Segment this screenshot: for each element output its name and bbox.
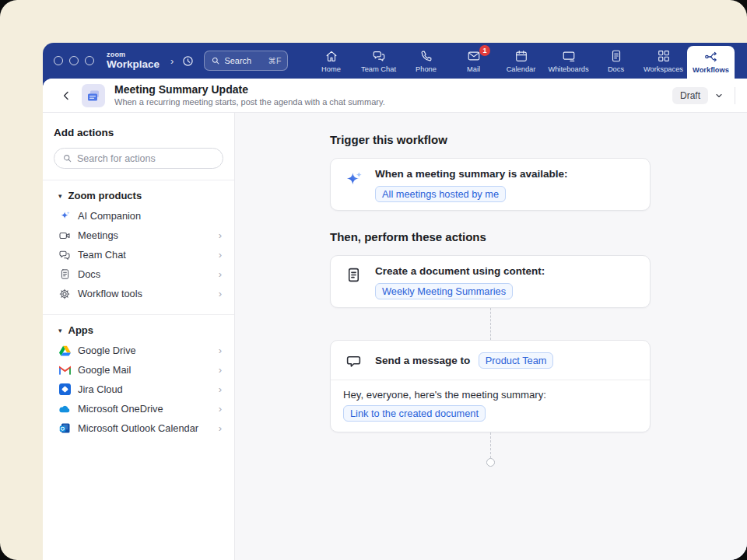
docs-icon [58,268,71,280]
chevron-right-icon[interactable]: › [170,55,174,67]
section-apps[interactable]: ▾ Apps [54,318,223,341]
header-divider [735,87,735,104]
outlook-calendar-icon [58,422,71,434]
sidebar-item-label: Microsoft OneDrive [78,403,163,415]
ai-sparkle-icon [343,167,363,190]
actions-search-input[interactable] [77,153,215,164]
sidebar-item-team-chat[interactable]: Team Chat › [54,245,223,264]
workflow-canvas: Trigger this workflow When a meeting sum… [235,113,747,560]
chevron-right-icon: › [219,288,222,299]
google-mail-icon [58,366,71,375]
nav-tab-label: Phone [416,65,437,73]
document-icon [343,264,363,283]
phone-icon [419,49,433,63]
calendar-icon [514,49,528,63]
sidebar-item-google-mail[interactable]: Google Mail › [54,360,223,380]
actions-sidebar: Add actions ▾ Zoom products [43,113,235,560]
connector [330,308,651,340]
workflow-thumbnail-icon [82,84,105,107]
nav-tab-phone[interactable]: Phone [402,43,450,79]
meetings-icon [58,229,71,242]
ai-companion-icon [58,210,71,222]
nav-tab-docs[interactable]: Docs [592,43,640,79]
sidebar-item-microsoft-onedrive[interactable]: Microsoft OneDrive › [54,399,223,418]
zoom-workplace-logo: zoom Workplace [107,51,160,70]
triangle-down-icon: ▾ [58,192,62,200]
logo-workplace-text: Workplace [107,59,160,70]
search-icon [211,56,220,65]
section-zoom-products[interactable]: ▾ Zoom products [54,184,223,206]
back-button[interactable] [57,86,75,105]
trigger-heading: Trigger this workflow [330,133,747,146]
document-link-pill[interactable]: Link to the created document [343,405,486,422]
status-badge: Draft [672,87,708,104]
recipient-pill[interactable]: Product Team [479,352,554,369]
section-label: Apps [68,324,94,336]
chevron-right-icon: › [219,422,222,434]
sidebar-item-docs[interactable]: Docs › [54,264,223,284]
screen: zoom Workplace › Search ⌘F [0,0,747,560]
nav-tab-team-chat[interactable]: Team Chat [355,43,402,79]
onedrive-icon [58,404,71,413]
sidebar-item-label: Jira Cloud [78,383,123,395]
window-close-button[interactable] [54,56,63,65]
send-message-card[interactable]: Send a message to Product Team Hey, ever… [330,340,651,432]
nav-tab-calendar[interactable]: Calendar [497,43,545,79]
create-document-card[interactable]: Create a document using content: Weekly … [330,255,651,308]
sidebar-item-workflow-tools[interactable]: Workflow tools › [54,284,223,303]
window-zoom-button[interactable] [85,56,94,65]
actions-heading: Then, perform these actions [330,230,747,243]
search-icon [62,153,72,163]
connector-line [490,308,491,340]
trigger-card[interactable]: When a meeting summary is available: All… [330,158,651,211]
status-dropdown-button[interactable] [714,91,724,100]
sidebar-item-label: Docs [78,268,100,280]
workflow-end-node [486,458,495,467]
nav-tab-more[interactable]: More [735,43,747,79]
sidebar-item-meetings[interactable]: Meetings › [54,226,223,245]
sidebar-item-label: Team Chat [78,249,126,261]
history-clock-icon[interactable] [181,54,195,68]
nav-tab-label: Home [321,65,341,73]
trigger-scope-pill[interactable]: All meetings hosted by me [375,186,506,202]
top-navbar: zoom Workplace › Search ⌘F [43,43,747,79]
triangle-down-icon: ▾ [58,327,62,334]
docs-icon [609,49,623,63]
message-body-text: Hey, everyone, here's the meeting summar… [343,389,637,401]
team-chat-icon [58,249,71,261]
sidebar-item-google-drive[interactable]: Google Drive › [54,341,223,360]
sidebar-item-jira-cloud[interactable]: Jira Cloud › [54,380,223,399]
nav-tab-workspaces[interactable]: Workspaces [640,43,687,79]
global-search-input[interactable]: Search ⌘F [204,51,288,71]
document-content-pill[interactable]: Weekly Meeting Summaries [375,283,513,299]
workspaces-icon [657,49,671,63]
nav-tab-label: Calendar [507,65,536,73]
nav-tab-home[interactable]: Home [307,43,355,79]
actions-search-box[interactable] [54,148,223,169]
nav-tab-label: Whiteboards [548,65,588,73]
nav-tab-label: Mail [467,65,480,73]
sidebar-divider [43,180,234,180]
meeting-summary-graphic-icon [86,88,101,103]
create-document-title: Create a document using content: [375,264,545,278]
sidebar-divider [43,314,234,315]
sidebar-item-microsoft-outlook-calendar[interactable]: Microsoft Outlook Calendar › [54,418,223,438]
nav-tab-workflows[interactable]: Workflows [687,46,735,79]
window-controls [54,56,94,65]
workflow-header: Meeting Summary Update When a recurring … [43,79,747,113]
nav-tabs: Home Team Chat Phone [307,43,747,79]
nav-tab-mail[interactable]: Mail 1 [450,43,497,79]
logo-zoom-text: zoom [107,51,160,58]
chevron-right-icon: › [219,364,222,376]
sidebar-item-label: Microsoft Outlook Calendar [78,422,198,434]
app-window: zoom Workplace › Search ⌘F [43,43,747,560]
content-area: Meeting Summary Update When a recurring … [43,79,747,560]
connector [330,432,651,467]
sidebar-item-ai-companion[interactable]: AI Companion [54,206,223,226]
window-minimize-button[interactable] [69,56,79,65]
nav-tab-whiteboards[interactable]: Whiteboards [545,43,592,79]
nav-tab-label: Workflows [693,66,729,74]
sidebar-item-label: Google Mail [78,364,131,376]
chevron-right-icon: › [219,345,222,356]
page-subtitle: When a recurring meeting starts, post th… [114,97,385,107]
